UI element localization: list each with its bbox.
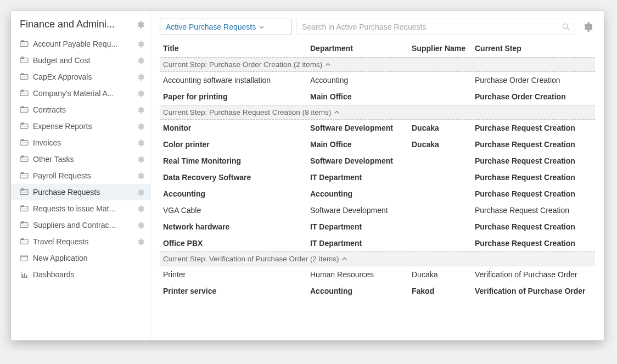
new-app-icon bbox=[20, 254, 29, 262]
cell-department: IT Department bbox=[310, 222, 412, 231]
settings-button[interactable] bbox=[580, 19, 595, 35]
sidebar-item-label: Suppliers and Contrac... bbox=[33, 221, 132, 229]
sidebar-item[interactable]: Account Payable Requ... bbox=[11, 36, 150, 52]
cell-supplier: Ducaka bbox=[412, 124, 475, 132]
search-input[interactable] bbox=[302, 23, 562, 31]
cell-supplier bbox=[412, 189, 475, 198]
gear-icon[interactable] bbox=[137, 139, 144, 147]
gear-icon[interactable] bbox=[137, 107, 144, 114]
cell-supplier: Fakod bbox=[412, 287, 475, 295]
group-header[interactable]: Current Step: Purchase Request Creation … bbox=[160, 105, 595, 120]
sidebar-item[interactable]: Contracts bbox=[11, 102, 150, 118]
cell-step: Purchase Request Creation bbox=[475, 239, 593, 248]
cell-supplier bbox=[412, 206, 475, 215]
chevron-up-icon bbox=[326, 62, 330, 67]
gear-icon[interactable] bbox=[137, 222, 144, 229]
table-row[interactable]: Color printerMain OfficeDucakaPurchase R… bbox=[160, 136, 595, 153]
table-row[interactable]: AccountingAccountingPurchase Request Cre… bbox=[160, 186, 595, 202]
group-header[interactable]: Current Step: Purchase Order Creation (2… bbox=[160, 57, 595, 72]
cell-title: Paper for printing bbox=[162, 92, 310, 101]
table-row[interactable]: Printer serviceAccountingFakodVerificati… bbox=[160, 283, 595, 299]
sidebar-item-label: Payroll Requests bbox=[33, 171, 132, 180]
sidebar-item-label: Invoices bbox=[33, 138, 132, 147]
gear-icon[interactable] bbox=[137, 123, 144, 130]
gear-icon[interactable] bbox=[137, 189, 144, 196]
sidebar-item[interactable]: Purchase Requests bbox=[11, 184, 150, 200]
gear-icon[interactable] bbox=[137, 90, 144, 97]
gear-icon[interactable] bbox=[137, 205, 144, 212]
cell-title: Network hardware bbox=[162, 222, 310, 231]
sidebar-item-label: CapEx Approvals bbox=[33, 72, 132, 81]
cell-supplier: Ducaka bbox=[412, 140, 475, 149]
table-row[interactable]: VGA CableSoftware DevelopmentPurchase Re… bbox=[160, 202, 595, 219]
sidebar-item[interactable]: Requests to issue Mat... bbox=[11, 200, 150, 217]
sidebar-item-label: New Application bbox=[33, 254, 144, 262]
group-header[interactable]: Current Step: Verification of Purchase O… bbox=[160, 251, 595, 266]
cell-step: Purchase Order Creation bbox=[475, 76, 593, 85]
table-row[interactable]: Accounting software installationAccounti… bbox=[160, 72, 595, 88]
gear-icon[interactable] bbox=[137, 41, 144, 48]
table-area: Title Department Supplier Name Current S… bbox=[160, 41, 595, 340]
cell-step: Purchase Request Creation bbox=[475, 189, 593, 198]
gear-icon[interactable] bbox=[137, 238, 144, 245]
sidebar-item[interactable]: Budget and Cost bbox=[11, 52, 150, 69]
cell-title: Color printer bbox=[162, 140, 310, 149]
cell-step: Purchase Request Creation bbox=[475, 206, 593, 215]
column-header-step[interactable]: Current Step bbox=[475, 44, 593, 53]
view-dropdown-label: Active Purchase Requests bbox=[166, 23, 256, 31]
sidebar-item[interactable]: Other Tasks bbox=[11, 151, 150, 167]
gear-icon[interactable] bbox=[137, 156, 144, 163]
chevron-down-icon bbox=[259, 25, 264, 30]
folder-icon bbox=[20, 172, 29, 180]
app-window: Finance and Admini... Account Payable Re… bbox=[11, 11, 604, 340]
sidebar-item[interactable]: CapEx Approvals bbox=[11, 69, 150, 85]
gear-icon[interactable] bbox=[137, 74, 144, 81]
sidebar-item-label: Requests to issue Mat... bbox=[33, 204, 132, 213]
chart-icon bbox=[20, 271, 29, 278]
group-header-label: Current Step: Purchase Request Creation … bbox=[163, 108, 331, 116]
group-header-label: Current Step: Verification of Purchase O… bbox=[163, 255, 339, 263]
main-area: Active Purchase Requests Title Departmen… bbox=[151, 11, 604, 340]
view-dropdown[interactable]: Active Purchase Requests bbox=[160, 19, 291, 35]
gear-icon[interactable] bbox=[137, 172, 144, 180]
cell-supplier bbox=[412, 92, 475, 101]
sidebar-item[interactable]: Payroll Requests bbox=[11, 167, 150, 184]
sidebar-item-label: Purchase Requests bbox=[33, 188, 132, 197]
cell-title: Accounting software installation bbox=[162, 76, 310, 85]
table-row[interactable]: MonitorSoftware DevelopmentDucakaPurchas… bbox=[160, 120, 595, 136]
cell-department: Software Development bbox=[310, 124, 412, 132]
column-header-department[interactable]: Department bbox=[310, 44, 412, 53]
cell-supplier bbox=[412, 173, 475, 182]
gear-icon[interactable] bbox=[136, 21, 144, 29]
sidebar-item[interactable]: Invoices bbox=[11, 135, 150, 151]
table-row[interactable]: Paper for printingMain OfficePurchase Or… bbox=[160, 88, 595, 105]
table-row[interactable]: Network hardwareIT DepartmentPurchase Re… bbox=[160, 219, 595, 235]
cell-department: Software Development bbox=[310, 206, 412, 215]
table-row[interactable]: Data Recovery SoftwareIT DepartmentPurch… bbox=[160, 169, 595, 186]
sidebar-list: Account Payable Requ...Budget and CostCa… bbox=[11, 36, 150, 283]
cell-step: Purchase Request Creation bbox=[475, 140, 593, 149]
sidebar-item[interactable]: New Application bbox=[11, 250, 150, 266]
sidebar-item[interactable]: Travel Requests bbox=[11, 233, 150, 250]
table-row[interactable]: Real Time MonitoringSoftware Development… bbox=[160, 153, 595, 169]
folder-icon bbox=[20, 238, 29, 245]
folder-icon bbox=[20, 155, 29, 163]
cell-step: Purchase Request Creation bbox=[475, 124, 593, 132]
gear-icon[interactable] bbox=[137, 57, 144, 64]
table-row[interactable]: PrinterHuman ResourcesDucakaVerification… bbox=[160, 266, 595, 283]
table-row[interactable]: Office PBXIT DepartmentPurchase Request … bbox=[160, 235, 595, 251]
sidebar-item[interactable]: Company's Material A... bbox=[11, 85, 150, 102]
column-header-title[interactable]: Title bbox=[162, 44, 310, 53]
column-header-supplier[interactable]: Supplier Name bbox=[412, 44, 475, 53]
cell-title: Office PBX bbox=[162, 239, 310, 248]
sidebar-item[interactable]: Suppliers and Contrac... bbox=[11, 217, 150, 233]
cell-department: Accounting bbox=[310, 76, 412, 85]
sidebar-item[interactable]: Dashboards bbox=[11, 266, 150, 283]
search-field-wrap[interactable] bbox=[296, 19, 575, 35]
cell-title: Monitor bbox=[162, 124, 310, 132]
cell-title: VGA Cable bbox=[162, 206, 310, 215]
folder-icon bbox=[20, 205, 29, 212]
sidebar-item-label: Contracts bbox=[33, 105, 132, 114]
sidebar-item[interactable]: Expense Reports bbox=[11, 118, 150, 135]
folder-icon bbox=[20, 221, 29, 229]
